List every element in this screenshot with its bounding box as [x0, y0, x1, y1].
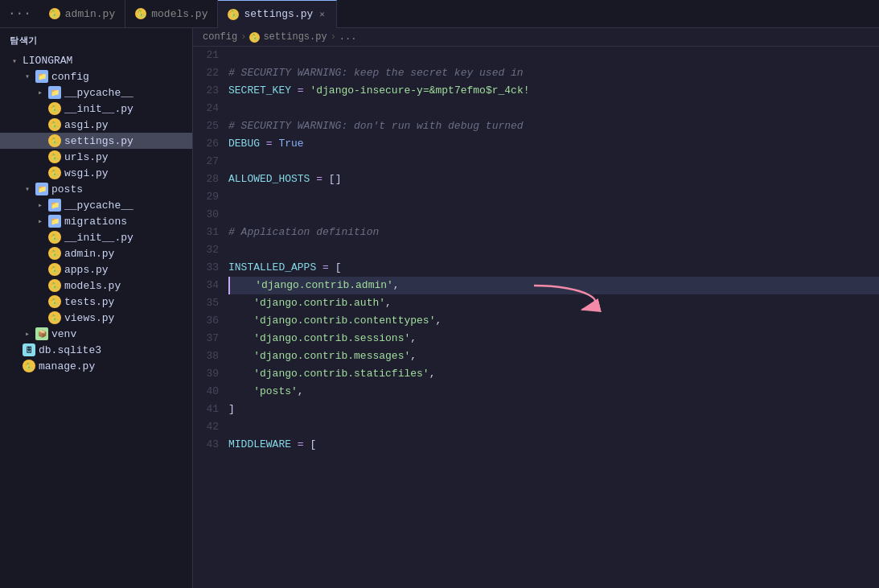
editor-area: config › 🐍 settings.py › ... 21222324252…	[193, 28, 879, 588]
sidebar-item-pycache1-label: __pycache__	[64, 87, 133, 99]
sidebar-item-config[interactable]: ▾ 📁 config	[0, 68, 192, 84]
sidebar-item-admin2[interactable]: 🐍 admin.py	[0, 245, 192, 261]
sidebar-item-db-label: db.sqlite3	[39, 344, 101, 356]
breadcrumb-sep2: ›	[331, 31, 336, 43]
tab-more-button[interactable]: ···	[0, 6, 39, 21]
python-file-icon: 🐍	[48, 311, 61, 324]
breadcrumb-ellipsis: ...	[339, 31, 357, 43]
tab-settings[interactable]: 🐍 settings.py ✕	[218, 0, 336, 28]
line-number: 39	[203, 365, 219, 383]
breadcrumb-python-icon: 🐍	[249, 32, 260, 43]
sidebar-item-tests[interactable]: 🐍 tests.py	[0, 294, 192, 310]
python-file-icon: 🐍	[48, 102, 61, 115]
sidebar-item-config-label: config	[51, 71, 89, 83]
sidebar-item-models2-label: models.py	[64, 280, 121, 292]
code-line	[228, 206, 879, 224]
line-number: 36	[203, 312, 219, 330]
line-number: 25	[203, 117, 219, 135]
sidebar-item-venv[interactable]: ▸ 📦 venv	[0, 326, 192, 342]
line-number: 33	[203, 259, 219, 277]
sidebar-item-apps-label: apps.py	[64, 264, 109, 276]
sidebar-item-posts-label: posts	[51, 183, 83, 195]
code-line: 'django.contrib.admin',	[228, 277, 879, 294]
code-line	[228, 153, 879, 171]
code-line: # Application definition	[228, 224, 879, 241]
sidebar-item-asgi[interactable]: 🐍 asgi.py	[0, 117, 192, 133]
sidebar-item-wsgi[interactable]: 🐍 wsgi.py	[0, 165, 192, 181]
sidebar: 탐색기 ▾ LIONGRAM ▾ 📁 config ▸ 📁 __pycache_…	[0, 28, 193, 588]
python-file-icon: 🐍	[48, 150, 61, 163]
sidebar-item-db[interactable]: 🗄 db.sqlite3	[0, 342, 192, 358]
folder-icon: 📁	[48, 215, 61, 228]
sidebar-item-manage[interactable]: 🐍 manage.py	[0, 358, 192, 374]
line-number: 23	[203, 82, 219, 100]
line-number: 37	[203, 330, 219, 347]
sidebar-item-models2[interactable]: 🐍 models.py	[0, 278, 192, 294]
sidebar-item-urls[interactable]: 🐍 urls.py	[0, 149, 192, 165]
sidebar-item-pycache2[interactable]: ▸ 📁 __pycache__	[0, 197, 192, 213]
line-number: 27	[203, 153, 219, 171]
folder-icon: 📁	[48, 86, 61, 99]
code-content[interactable]: # SECURITY WARNING: keep the secret key …	[228, 47, 879, 454]
tab-settings-label: settings.py	[244, 8, 313, 20]
sidebar-item-init2[interactable]: 🐍 __init__.py	[0, 229, 192, 245]
python-icon: 🐍	[135, 8, 146, 19]
python-file-icon: 🐍	[48, 118, 61, 131]
tab-close-button[interactable]: ✕	[318, 7, 327, 21]
code-line: 'django.contrib.messages',	[228, 347, 879, 365]
python-file-icon: 🐍	[48, 263, 61, 276]
sidebar-item-liongram-label: LIONGRAM	[23, 55, 72, 67]
code-line: MIDDLEWARE = [	[228, 436, 879, 454]
sidebar-item-pycache1[interactable]: ▸ 📁 __pycache__	[0, 84, 192, 101]
code-line	[228, 47, 879, 64]
tab-bar: ··· 🐍 admin.py 🐍 models.py 🐍 settings.py…	[0, 0, 879, 28]
python-file-icon: 🐍	[48, 167, 61, 179]
line-number: 35	[203, 294, 219, 312]
folder-icon: 📁	[35, 70, 48, 83]
code-line	[228, 100, 879, 117]
chevron-right-icon: ▸	[35, 216, 45, 226]
sidebar-title: 탐색기	[0, 28, 192, 53]
python-icon: 🐍	[49, 8, 60, 19]
code-editor[interactable]: 2122232425262728293031323334353637383940…	[193, 47, 879, 588]
tab-models-label: models.py	[151, 8, 207, 20]
sidebar-item-manage-label: manage.py	[39, 360, 95, 372]
sidebar-item-init2-label: __init__.py	[64, 232, 133, 244]
sidebar-item-liongram[interactable]: ▾ LIONGRAM	[0, 53, 192, 68]
database-icon: 🗄	[23, 343, 35, 356]
main-area: 탐색기 ▾ LIONGRAM ▾ 📁 config ▸ 📁 __pycache_…	[0, 28, 879, 588]
code-line: ALLOWED_HOSTS = []	[228, 171, 879, 188]
sidebar-item-posts[interactable]: ▾ 📁 posts	[0, 181, 192, 197]
sidebar-item-migrations[interactable]: ▸ 📁 migrations	[0, 213, 192, 229]
python-icon: 🐍	[228, 9, 239, 20]
chevron-down-icon: ▾	[23, 72, 32, 81]
sidebar-item-init1-label: __init__.py	[64, 103, 133, 115]
line-number: 38	[203, 347, 219, 365]
line-number: 22	[203, 64, 219, 82]
line-number: 28	[203, 171, 219, 188]
sidebar-item-views[interactable]: 🐍 views.py	[0, 310, 192, 326]
line-number: 34	[203, 277, 219, 294]
sidebar-item-tests-label: tests.py	[64, 296, 114, 308]
tab-models[interactable]: 🐍 models.py	[125, 0, 218, 28]
code-line: 'django.contrib.auth',	[228, 294, 879, 312]
line-number: 40	[203, 383, 219, 401]
breadcrumb: config › 🐍 settings.py › ...	[193, 28, 879, 47]
line-number: 29	[203, 188, 219, 206]
sidebar-item-apps[interactable]: 🐍 apps.py	[0, 261, 192, 278]
python-file-icon: 🐍	[23, 360, 35, 372]
sidebar-item-urls-label: urls.py	[64, 151, 109, 163]
breadcrumb-sep1: ›	[240, 31, 246, 43]
line-number: 26	[203, 135, 219, 153]
code-line: 'posts',	[228, 383, 879, 401]
sidebar-item-init1[interactable]: 🐍 __init__.py	[0, 101, 192, 117]
line-number: 31	[203, 224, 219, 241]
sidebar-item-settings-label: settings.py	[64, 135, 133, 147]
sidebar-item-settings[interactable]: 🐍 settings.py	[0, 133, 192, 149]
line-number: 43	[203, 436, 219, 454]
chevron-right-icon: ▸	[35, 200, 45, 210]
code-line	[228, 188, 879, 206]
tab-admin[interactable]: 🐍 admin.py	[39, 0, 125, 28]
line-number: 30	[203, 206, 219, 224]
line-number: 32	[203, 241, 219, 259]
